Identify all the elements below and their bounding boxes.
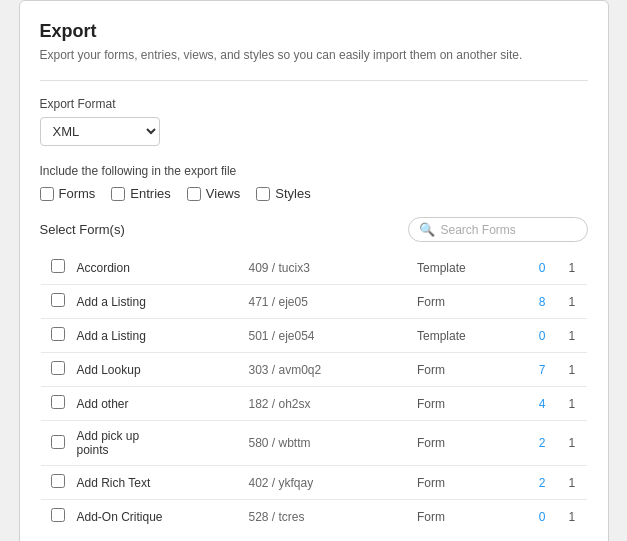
checkbox-entries-input[interactable]: [111, 187, 125, 201]
checkbox-styles[interactable]: Styles: [256, 186, 310, 201]
search-icon: 🔍: [419, 222, 435, 237]
row-gray-count: 1: [557, 319, 587, 353]
table-row: Add pick up points 580 / wbttm Form 2 1: [40, 421, 587, 466]
row-name: Add pick up points: [69, 421, 241, 466]
include-section: Include the following in the export file…: [40, 164, 588, 201]
checkbox-entries[interactable]: Entries: [111, 186, 170, 201]
row-name: Add Rich Text: [69, 466, 241, 500]
checkbox-forms[interactable]: Forms: [40, 186, 96, 201]
row-checkbox-cell: [40, 319, 69, 353]
row-type: Form: [409, 466, 527, 500]
table-row: Add a Listing 501 / eje054 Template 0 1: [40, 319, 587, 353]
row-type: Form: [409, 353, 527, 387]
divider: [40, 80, 588, 81]
row-id: 528 / tcres: [240, 500, 409, 534]
table-row: Add Rich Text 402 / ykfqay Form 2 1: [40, 466, 587, 500]
include-label: Include the following in the export file: [40, 164, 588, 178]
checkbox-views[interactable]: Views: [187, 186, 240, 201]
export-panel: Export Export your forms, entries, views…: [19, 0, 609, 541]
row-name: Add other: [69, 387, 241, 421]
row-type: Form: [409, 285, 527, 319]
search-input[interactable]: [441, 223, 577, 237]
row-blue-count: 7: [527, 353, 557, 387]
row-type: Form: [409, 387, 527, 421]
row-blue-count: 0: [527, 319, 557, 353]
checkbox-forms-label: Forms: [59, 186, 96, 201]
row-blue-count: 2: [527, 421, 557, 466]
row-name: Accordion: [69, 251, 241, 285]
row-checkbox-cell: [40, 500, 69, 534]
row-checkbox-cell: [40, 387, 69, 421]
row-gray-count: 1: [557, 421, 587, 466]
row-name: Add a Listing: [69, 319, 241, 353]
row-blue-count: 0: [527, 251, 557, 285]
row-blue-count: 2: [527, 466, 557, 500]
row-id: 471 / eje05: [240, 285, 409, 319]
row-gray-count: 1: [557, 251, 587, 285]
row-type: Template: [409, 251, 527, 285]
page-description: Export your forms, entries, views, and s…: [40, 48, 588, 62]
row-id: 303 / avm0q2: [240, 353, 409, 387]
row-blue-count: 0: [527, 500, 557, 534]
checkbox-forms-input[interactable]: [40, 187, 54, 201]
search-box[interactable]: 🔍: [408, 217, 588, 242]
page-title: Export: [40, 21, 588, 42]
row-type: Form: [409, 421, 527, 466]
row-gray-count: 1: [557, 500, 587, 534]
row-name: Add Lookup: [69, 353, 241, 387]
checkbox-views-input[interactable]: [187, 187, 201, 201]
row-id: 402 / ykfqay: [240, 466, 409, 500]
row-checkbox-0[interactable]: [51, 259, 65, 273]
row-checkbox-cell: [40, 353, 69, 387]
row-checkbox-2[interactable]: [51, 327, 65, 341]
checkbox-entries-label: Entries: [130, 186, 170, 201]
table-row: Accordion 409 / tucix3 Template 0 1: [40, 251, 587, 285]
select-forms-header: Select Form(s) 🔍: [40, 217, 588, 242]
row-checkbox-1[interactable]: [51, 293, 65, 307]
row-gray-count: 1: [557, 387, 587, 421]
row-id: 182 / oh2sx: [240, 387, 409, 421]
row-checkbox-4[interactable]: [51, 395, 65, 409]
row-checkbox-5[interactable]: [51, 435, 65, 449]
row-blue-count: 8: [527, 285, 557, 319]
row-gray-count: 1: [557, 466, 587, 500]
checkbox-styles-input[interactable]: [256, 187, 270, 201]
row-id: 580 / wbttm: [240, 421, 409, 466]
table-row: Add-On Critique 528 / tcres Form 0 1: [40, 500, 587, 534]
row-checkbox-3[interactable]: [51, 361, 65, 375]
row-gray-count: 1: [557, 353, 587, 387]
forms-table: Accordion 409 / tucix3 Template 0 1 Add …: [40, 250, 588, 534]
export-format-section: Export Format XML JSON CSV: [40, 97, 588, 146]
row-checkbox-cell: [40, 251, 69, 285]
table-row: Add other 182 / oh2sx Form 4 1: [40, 387, 587, 421]
checkbox-views-label: Views: [206, 186, 240, 201]
row-id: 409 / tucix3: [240, 251, 409, 285]
select-forms-label: Select Form(s): [40, 222, 125, 237]
export-format-label: Export Format: [40, 97, 588, 111]
row-type: Form: [409, 500, 527, 534]
row-gray-count: 1: [557, 285, 587, 319]
row-blue-count: 4: [527, 387, 557, 421]
row-name: Add a Listing: [69, 285, 241, 319]
row-checkbox-cell: [40, 421, 69, 466]
row-name: Add-On Critique: [69, 500, 241, 534]
table-row: Add a Listing 471 / eje05 Form 8 1: [40, 285, 587, 319]
checkbox-styles-label: Styles: [275, 186, 310, 201]
row-checkbox-7[interactable]: [51, 508, 65, 522]
row-type: Template: [409, 319, 527, 353]
row-checkbox-cell: [40, 466, 69, 500]
row-id: 501 / eje054: [240, 319, 409, 353]
export-format-select[interactable]: XML JSON CSV: [40, 117, 160, 146]
checkboxes-row: Forms Entries Views Styles: [40, 186, 588, 201]
row-checkbox-cell: [40, 285, 69, 319]
row-checkbox-6[interactable]: [51, 474, 65, 488]
table-row: Add Lookup 303 / avm0q2 Form 7 1: [40, 353, 587, 387]
